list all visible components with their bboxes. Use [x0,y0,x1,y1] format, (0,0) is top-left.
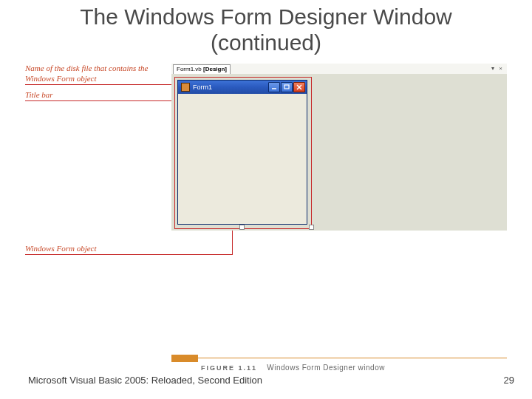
form-app-icon [181,83,190,92]
footer-book-title: Microsoft Visual Basic 2005: Reloaded, S… [28,375,262,386]
form1-title-text: Form1 [193,83,212,91]
slide-title-line1: The Windows Form Designer Window [80,4,451,29]
callout-line [25,100,177,101]
slide-title-line2: (continued) [211,30,321,55]
figure-area: Name of the disk file that contains the … [25,64,507,364]
svg-rect-1 [284,85,289,89]
close-icon [296,83,303,91]
annotation-form-object: Windows Form object [25,244,97,254]
figure-caption-text: Windows Form Designer window [267,364,385,372]
figure-number: FIGURE 1.11 [201,364,257,372]
document-tab-bar: Form1.vb [Design] ▾ × [171,64,507,75]
document-tab-filename: Form1.vb [177,66,202,72]
annotation-title-bar: Title bar [25,90,53,100]
form1-titlebar[interactable]: Form1 [178,81,307,94]
tab-overflow-close-icons[interactable]: ▾ × [491,65,504,72]
document-tab-suffix: [Design] [203,66,227,72]
figure-caption: FIGURE 1.11 Windows Form Designer window [201,364,385,372]
resize-handle-bottom-right[interactable] [239,225,245,230]
annotation-disk-file: Name of the disk file that contains the … [25,64,166,84]
caption-accent-block [171,355,198,362]
maximize-button[interactable] [281,82,293,92]
callout-line [25,254,232,255]
minimize-button[interactable] [268,82,280,92]
caption-rule [198,358,507,358]
slide-title: The Windows Form Designer Window (contin… [0,4,532,55]
close-button[interactable] [293,82,305,92]
form1-window[interactable]: Form1 [177,80,307,225]
footer-page-number: 29 [504,375,514,386]
callout-line [25,84,173,85]
maximize-icon [283,83,290,91]
figure-caption-bar: FIGURE 1.11 Windows Form Designer window [171,355,507,366]
minimize-icon [270,83,278,91]
resize-handle-bottom-right-corner[interactable] [309,225,314,230]
